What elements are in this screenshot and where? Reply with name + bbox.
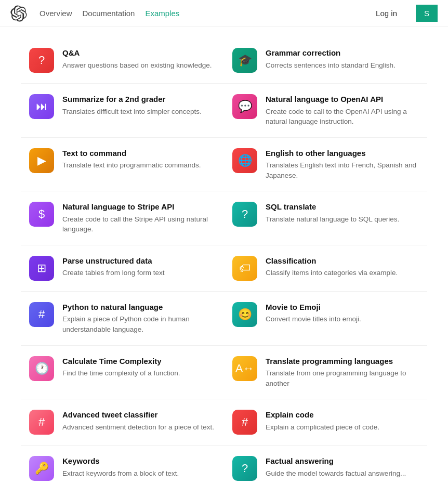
example-desc-time-complexity: Find the time complexity of a function. (62, 368, 216, 378)
example-desc-factual-answering: Guide the model towards factual answerin… (266, 468, 419, 479)
example-desc-movie-emoji: Convert movie titles into emoji. (266, 314, 419, 324)
example-item-parse-unstructured[interactable]: ⊞ Parse unstructured data Create tables … (21, 245, 224, 292)
example-desc-text-command: Translate text into programmatic command… (62, 160, 216, 171)
example-item-classification[interactable]: 🏷 Classification Classify items into cat… (224, 245, 427, 292)
nav-examples[interactable]: Examples (145, 9, 179, 18)
example-item-grammar[interactable]: 🎓 Grammar correction Corrects sentences … (224, 37, 427, 84)
example-title-sql-translate: SQL translate (266, 202, 419, 212)
example-title-grammar: Grammar correction (266, 48, 419, 58)
example-title-tweet-classifier: Advanced tweet classifier (62, 410, 216, 420)
example-icon-translate-programming: A↔ (232, 356, 257, 381)
example-icon-text-command: ▶ (29, 148, 54, 173)
example-desc-translate-programming: Translate from one programming language … (266, 368, 419, 388)
example-item-keywords[interactable]: 🔑 Keywords Extract keywords from a block… (21, 446, 224, 483)
example-item-summarize[interactable]: ⏭ Summarize for a 2nd grader Translates … (21, 84, 224, 138)
example-desc-nl-openai: Create code to call to the OpenAI API us… (266, 107, 419, 127)
logo[interactable] (10, 5, 27, 22)
example-title-time-complexity: Calculate Time Complexity (62, 356, 216, 367)
example-item-text-command[interactable]: ▶ Text to command Translate text into pr… (21, 138, 224, 192)
example-desc-nl-stripe: Create code to call the Stripe API using… (62, 214, 216, 234)
example-icon-sql-translate: ? (232, 202, 257, 227)
example-title-factual-answering: Factual answering (266, 456, 419, 466)
example-title-classification: Classification (266, 256, 419, 266)
example-icon-time-complexity: 🕐 (29, 356, 54, 381)
example-icon-qa: ? (29, 48, 54, 73)
example-desc-keywords: Extract keywords from a block of text. (62, 468, 216, 479)
example-desc-summarize: Translates difficult text into simpler c… (62, 107, 216, 117)
example-icon-parse-unstructured: ⊞ (29, 256, 54, 281)
example-item-nl-stripe[interactable]: $ Natural language to Stripe API Create … (21, 191, 224, 245)
example-desc-python-nl: Explain a piece of Python code in human … (62, 314, 216, 334)
example-title-nl-stripe: Natural language to Stripe API (62, 202, 216, 212)
example-icon-nl-openai: 💬 (232, 94, 257, 119)
example-icon-english-other: 🌐 (232, 148, 257, 173)
examples-grid: ? Q&A Answer questions based on existing… (21, 37, 427, 483)
example-item-time-complexity[interactable]: 🕐 Calculate Time Complexity Find the tim… (21, 346, 224, 400)
example-icon-python-nl: # (29, 302, 54, 327)
example-title-english-other: English to other languages (266, 148, 419, 159)
example-title-nl-openai: Natural language to OpenAI API (266, 94, 419, 105)
example-item-python-nl[interactable]: # Python to natural language Explain a p… (21, 292, 224, 346)
example-title-summarize: Summarize for a 2nd grader (62, 94, 216, 105)
example-desc-sql-translate: Translate natural language to SQL querie… (266, 214, 419, 225)
example-item-nl-openai[interactable]: 💬 Natural language to OpenAI API Create … (224, 84, 427, 138)
nav-overview[interactable]: Overview (39, 9, 72, 18)
example-icon-tweet-classifier: # (29, 410, 54, 435)
example-desc-classification: Classify items into categories via examp… (266, 268, 419, 278)
example-icon-movie-emoji: 😊 (232, 302, 257, 327)
example-item-translate-programming[interactable]: A↔ Translate programming languages Trans… (224, 346, 427, 400)
example-item-explain-code[interactable]: # Explain code Explain a complicated pie… (224, 399, 427, 446)
example-desc-grammar: Corrects sentences into standard English… (266, 60, 419, 71)
example-item-tweet-classifier[interactable]: # Advanced tweet classifier Advanced sen… (21, 399, 224, 446)
example-icon-summarize: ⏭ (29, 94, 54, 119)
example-title-translate-programming: Translate programming languages (266, 356, 419, 367)
example-item-sql-translate[interactable]: ? SQL translate Translate natural langua… (224, 191, 427, 245)
example-title-parse-unstructured: Parse unstructured data (62, 256, 216, 266)
example-desc-tweet-classifier: Advanced sentiment detection for a piece… (62, 422, 216, 433)
nav-links: Overview Documentation Examples (39, 9, 179, 18)
example-icon-grammar: 🎓 (232, 48, 257, 73)
example-icon-nl-stripe: $ (29, 202, 54, 227)
example-title-keywords: Keywords (62, 456, 216, 466)
nav-documentation[interactable]: Documentation (83, 9, 135, 18)
main-content: ? Q&A Answer questions based on existing… (0, 27, 448, 483)
example-desc-parse-unstructured: Create tables from long form text (62, 268, 216, 278)
nav-login[interactable]: Log in (376, 9, 397, 18)
example-item-factual-answering[interactable]: ? Factual answering Guide the model towa… (224, 446, 427, 483)
example-item-movie-emoji[interactable]: 😊 Movie to Emoji Convert movie titles in… (224, 292, 427, 346)
example-title-explain-code: Explain code (266, 410, 419, 420)
example-item-english-other[interactable]: 🌐 English to other languages Translates … (224, 138, 427, 192)
example-title-qa: Q&A (62, 48, 216, 58)
example-item-qa[interactable]: ? Q&A Answer questions based on existing… (21, 37, 224, 84)
navbar: Overview Documentation Examples Log in S (0, 0, 448, 27)
example-title-text-command: Text to command (62, 148, 216, 159)
example-icon-factual-answering: ? (232, 456, 257, 481)
example-desc-explain-code: Explain a complicated piece of code. (266, 422, 419, 433)
example-desc-qa: Answer questions based on existing knowl… (62, 60, 216, 71)
example-icon-classification: 🏷 (232, 256, 257, 281)
example-title-python-nl: Python to natural language (62, 302, 216, 312)
example-title-movie-emoji: Movie to Emoji (266, 302, 419, 312)
example-icon-explain-code: # (232, 410, 257, 435)
nav-signup-button[interactable]: S (416, 5, 438, 22)
example-desc-english-other: Translates English text into French, Spa… (266, 160, 419, 180)
example-icon-keywords: 🔑 (29, 456, 54, 481)
